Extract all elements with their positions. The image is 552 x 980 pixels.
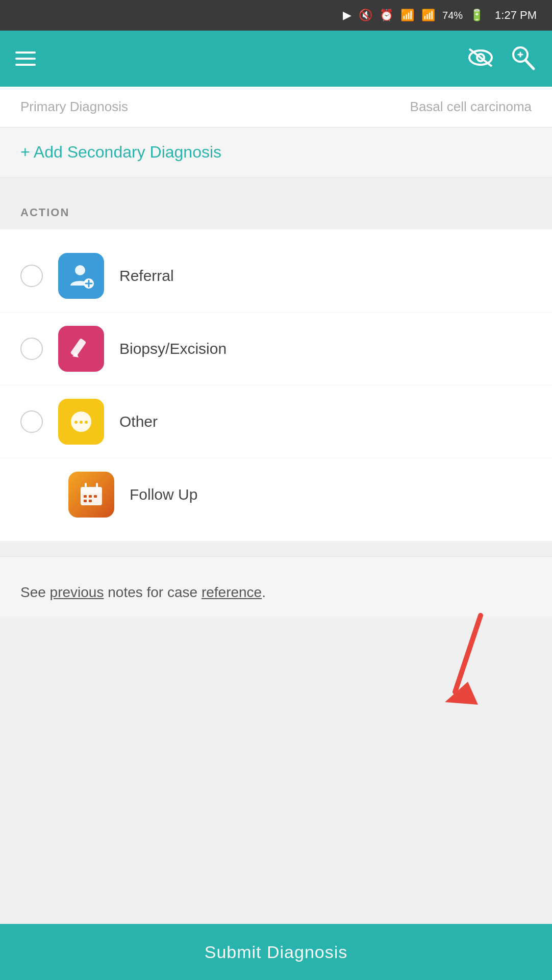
biopsy-label: Biopsy/Excision <box>119 340 227 357</box>
submit-diagnosis-label: Submit Diagnosis <box>205 942 348 962</box>
referral-label: Referral <box>119 267 174 285</box>
svg-rect-11 <box>70 338 86 357</box>
primary-diagnosis-row: Primary Diagnosis Basal cell carcinoma <box>0 87 552 127</box>
alarm-icon: ⏰ <box>380 9 393 22</box>
svg-rect-25 <box>89 500 92 502</box>
svg-point-7 <box>75 265 85 275</box>
search-button[interactable] <box>508 43 537 74</box>
arrow-area <box>0 617 552 781</box>
biopsy-radio[interactable] <box>20 338 43 360</box>
action-items-list: Referral Biopsy/Excision Other <box>0 229 552 541</box>
referral-action-item[interactable]: Referral <box>0 240 552 313</box>
hamburger-menu-button[interactable] <box>15 51 36 66</box>
signal-icon: 📶 <box>421 9 435 22</box>
svg-marker-27 <box>445 682 478 705</box>
other-label: Other <box>119 413 158 430</box>
followup-action-item[interactable]: Follow Up <box>0 458 552 531</box>
red-arrow-indicator <box>440 610 501 714</box>
primary-diagnosis-value: Basal cell carcinoma <box>410 99 532 115</box>
svg-line-26 <box>455 615 481 692</box>
svg-point-16 <box>85 421 88 424</box>
add-secondary-diagnosis-text[interactable]: + Add Secondary Diagnosis <box>20 143 221 161</box>
add-secondary-diagnosis-section[interactable]: + Add Secondary Diagnosis <box>0 127 552 177</box>
svg-rect-18 <box>81 487 102 493</box>
status-time: 1:27 PM <box>495 9 537 22</box>
header-right-icons <box>465 43 537 74</box>
battery-level: 74% <box>442 10 463 21</box>
svg-line-4 <box>525 60 534 69</box>
followup-icon-box <box>68 472 114 518</box>
status-bar: ▶ 🔇 ⏰ 📶 📶 74% 🔋 1:27 PM <box>0 0 552 31</box>
hamburger-line <box>15 51 36 54</box>
action-section-header: ACTION <box>0 188 552 229</box>
svg-rect-22 <box>89 495 92 498</box>
biopsy-action-item[interactable]: Biopsy/Excision <box>0 313 552 385</box>
other-icon-box <box>58 399 104 445</box>
submit-diagnosis-button[interactable]: Submit Diagnosis <box>0 924 552 980</box>
visibility-toggle-button[interactable] <box>465 47 496 70</box>
hamburger-line <box>15 58 36 60</box>
note-text: See previous notes for case reference. <box>20 582 532 602</box>
referral-radio[interactable] <box>20 265 43 287</box>
app-header <box>0 31 552 87</box>
biopsy-icon-box <box>58 326 104 372</box>
svg-rect-21 <box>84 495 87 498</box>
other-radio[interactable] <box>20 410 43 433</box>
wifi-icon: 📶 <box>400 9 414 22</box>
status-icons: ▶ 🔇 ⏰ 📶 📶 74% 🔋 1:27 PM <box>343 9 537 22</box>
note-section: See previous notes for case reference. <box>0 556 552 617</box>
svg-rect-23 <box>94 495 97 498</box>
other-action-item[interactable]: Other <box>0 385 552 458</box>
svg-point-14 <box>74 421 78 424</box>
svg-rect-24 <box>84 500 87 502</box>
spacer2 <box>0 541 552 556</box>
mute-icon: 🔇 <box>359 9 372 22</box>
bluetooth-icon: ▶ <box>343 9 352 22</box>
previous-notes-link[interactable]: previous <box>50 584 104 600</box>
reference-link[interactable]: reference <box>202 584 262 600</box>
svg-point-15 <box>80 421 83 424</box>
followup-label: Follow Up <box>130 486 197 503</box>
primary-diagnosis-label: Primary Diagnosis <box>20 99 128 115</box>
hamburger-line <box>15 64 36 66</box>
spacer <box>0 177 552 188</box>
action-label: ACTION <box>20 206 69 219</box>
referral-icon-box <box>58 253 104 299</box>
battery-icon: 🔋 <box>470 9 484 22</box>
